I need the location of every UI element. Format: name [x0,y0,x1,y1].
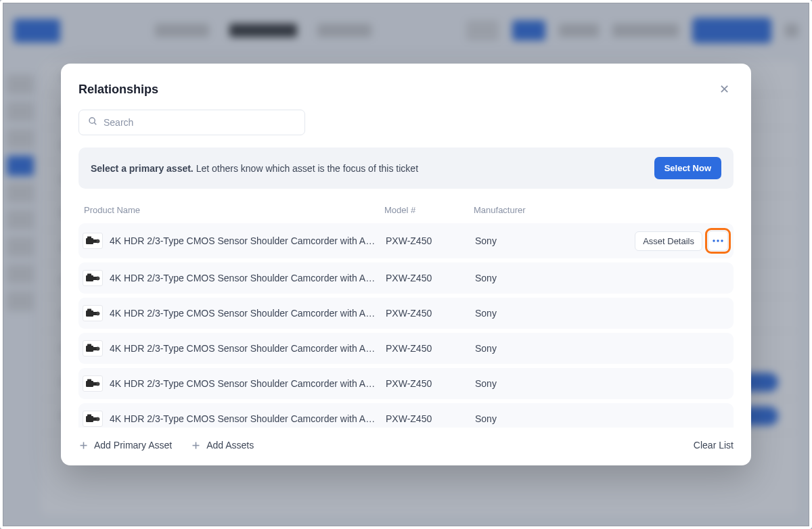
table-row[interactable]: 4K HDR 2/3-Type CMOS Sensor Shoulder Cam… [78,298,734,329]
svg-point-8 [721,239,723,242]
header-manufacturer: Manufacturer [474,205,731,215]
product-name: 4K HDR 2/3-Type CMOS Sensor Shoulder Cam… [110,235,377,246]
table-row[interactable]: 4K HDR 2/3-Type CMOS Sensor Shoulder Cam… [78,333,734,364]
table-header: Product Name Model # Manufacturer [78,198,734,223]
search-input[interactable] [78,110,305,135]
primary-asset-notice: Select a primary asset. Let others know … [78,147,734,189]
svg-rect-2 [86,238,93,244]
model-number: PXW-Z450 [386,308,475,319]
clear-list-button[interactable]: Clear List [694,440,734,451]
add-assets-button[interactable]: Add Assets [191,440,254,451]
table-row[interactable]: 4K HDR 2/3-Type CMOS Sensor Shoulder Cam… [78,262,734,294]
manufacturer: Sony [475,235,613,246]
svg-point-0 [89,118,95,123]
product-name: 4K HDR 2/3-Type CMOS Sensor Shoulder Cam… [110,413,377,424]
manufacturer: Sony [475,413,613,424]
svg-rect-28 [87,415,91,417]
notice-text: Select a primary asset. Let others know … [91,163,418,174]
svg-point-23 [96,382,99,386]
svg-line-1 [94,122,96,124]
manufacturer: Sony [475,378,613,389]
svg-rect-16 [87,309,91,311]
product-name: 4K HDR 2/3-Type CMOS Sensor Shoulder Cam… [110,343,377,354]
svg-rect-25 [86,416,93,422]
table-row[interactable]: 4K HDR 2/3-Type CMOS Sensor Shoulder Cam… [78,368,734,399]
model-number: PXW-Z450 [386,343,475,354]
close-icon: ✕ [719,82,729,97]
header-model: Model # [384,205,474,215]
svg-point-19 [96,347,99,350]
svg-rect-21 [86,381,93,387]
camcorder-icon [83,233,103,249]
camcorder-icon [83,411,103,427]
manufacturer: Sony [475,343,613,354]
camcorder-icon [83,270,103,286]
close-button[interactable]: ✕ [715,80,734,99]
asset-details-button[interactable]: Asset Details [635,231,702,251]
product-name: 4K HDR 2/3-Type CMOS Sensor Shoulder Cam… [110,273,377,283]
model-number: PXW-Z450 [386,378,475,389]
svg-rect-24 [87,380,91,382]
search-section [78,110,734,135]
model-number: PXW-Z450 [386,235,475,246]
svg-point-7 [717,239,719,242]
add-primary-label: Add Primary Asset [94,440,172,451]
select-now-button[interactable]: Select Now [654,157,721,179]
svg-rect-13 [86,310,93,317]
svg-rect-20 [87,344,91,346]
table-row[interactable]: 4K HDR 2/3-Type CMOS Sensor Shoulder Cam… [78,403,734,428]
svg-rect-17 [86,346,93,352]
model-number: PXW-Z450 [386,273,475,283]
svg-rect-9 [86,275,93,281]
dots-icon [713,239,723,242]
table-row[interactable]: 4K HDR 2/3-Type CMOS Sensor Shoulder Cam… [78,223,734,258]
modal-title: Relationships [78,83,158,97]
product-name: 4K HDR 2/3-Type CMOS Sensor Shoulder Cam… [110,378,377,389]
relationships-modal: Relationships ✕ Select a primary asset. … [61,64,751,465]
manufacturer: Sony [475,308,613,319]
search-icon [88,116,97,129]
modal-footer: Add Primary Asset Add Assets Clear List [78,428,734,451]
add-primary-asset-button[interactable]: Add Primary Asset [78,440,172,451]
svg-rect-12 [87,274,91,276]
svg-point-15 [96,312,99,315]
svg-point-11 [96,277,99,280]
assets-table: Product Name Model # Manufacturer 4K HDR… [78,198,734,428]
modal-header: Relationships ✕ [78,80,734,99]
camcorder-icon [83,305,103,321]
add-assets-label: Add Assets [206,440,254,451]
camcorder-icon [83,375,103,392]
manufacturer: Sony [475,273,613,283]
plus-icon [78,440,89,451]
camcorder-icon [83,340,103,356]
svg-rect-5 [87,237,91,239]
svg-point-4 [96,239,99,243]
svg-point-27 [96,417,99,421]
product-name: 4K HDR 2/3-Type CMOS Sensor Shoulder Cam… [110,308,377,319]
more-options-button[interactable] [708,231,728,251]
model-number: PXW-Z450 [386,413,475,424]
header-product: Product Name [81,205,384,215]
svg-point-6 [713,239,715,242]
plus-icon [191,440,201,451]
